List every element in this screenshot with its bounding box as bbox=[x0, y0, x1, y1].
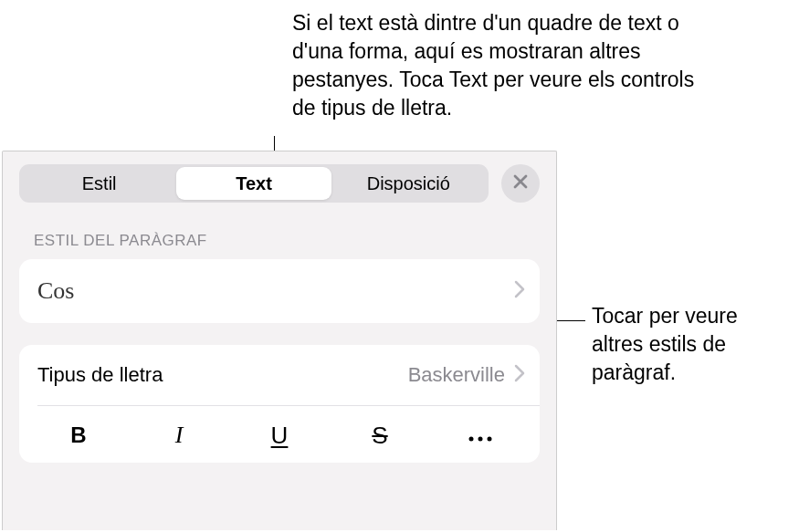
callout-text-right: Tocar per veure altres estils de paràgra… bbox=[592, 302, 793, 387]
strikethrough-button[interactable]: S bbox=[334, 415, 426, 455]
font-value: Baskerville bbox=[408, 363, 505, 387]
paragraph-style-heading: ESTIL DEL PARÀGRAF bbox=[34, 232, 556, 250]
format-panel: Estil Text Disposició ESTIL DEL PARÀGRAF… bbox=[2, 151, 557, 530]
paragraph-style-card: Cos bbox=[19, 259, 540, 323]
font-row[interactable]: Tipus de lletra Baskerville bbox=[19, 345, 540, 405]
close-icon bbox=[512, 173, 529, 193]
underline-button[interactable]: U bbox=[234, 415, 325, 455]
chevron-right-icon bbox=[514, 364, 525, 386]
more-options-button[interactable] bbox=[435, 415, 526, 455]
bold-button[interactable]: B bbox=[33, 415, 124, 455]
callout-text-top: Si el text està dintre d'un quadre de te… bbox=[292, 9, 712, 122]
text-style-buttons-row: B I U S bbox=[19, 406, 540, 463]
italic-button[interactable]: I bbox=[133, 415, 225, 455]
font-card: Tipus de lletra Baskerville B I U S bbox=[19, 345, 540, 463]
more-icon bbox=[468, 422, 493, 448]
close-button[interactable] bbox=[501, 164, 540, 203]
tab-style[interactable]: Estil bbox=[22, 167, 176, 200]
chevron-right-icon bbox=[514, 280, 525, 302]
svg-point-1 bbox=[478, 437, 483, 442]
segmented-control: Estil Text Disposició bbox=[19, 164, 489, 203]
tab-layout[interactable]: Disposició bbox=[331, 167, 486, 200]
tab-text[interactable]: Text bbox=[176, 167, 331, 200]
paragraph-style-value: Cos bbox=[37, 277, 74, 305]
svg-point-2 bbox=[488, 437, 492, 442]
tab-bar: Estil Text Disposició bbox=[3, 151, 556, 203]
svg-point-0 bbox=[469, 437, 474, 442]
paragraph-style-row[interactable]: Cos bbox=[19, 259, 540, 323]
font-label: Tipus de lletra bbox=[37, 363, 163, 387]
